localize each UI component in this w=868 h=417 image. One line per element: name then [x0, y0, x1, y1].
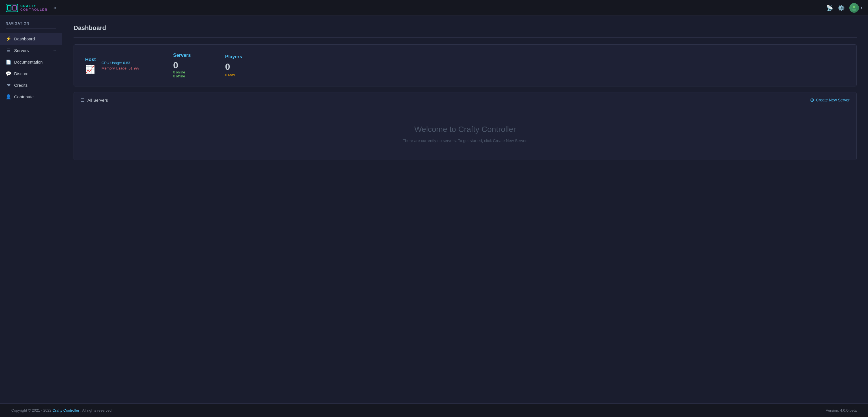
players-stat-group: Players 0 0 Max [225, 54, 242, 77]
servers-label: Servers [173, 53, 191, 58]
all-servers-panel: ☰ All Servers ⊕ Create New Server Welcom… [73, 92, 857, 160]
sidebar-section-label: Navigation [0, 22, 62, 28]
avatar-chevron-icon: ▾ [861, 6, 862, 10]
avatar-icon [851, 5, 857, 11]
players-max: 0 Max [225, 73, 235, 77]
main-layout: Navigation ⚡ Dashboard ☰ Servers → 📄 Doc… [0, 16, 868, 404]
host-label: Host [85, 57, 96, 63]
players-count: 0 [225, 62, 230, 72]
sidebar-item-documentation-label: Documentation [14, 60, 56, 64]
svg-rect-1 [7, 6, 11, 10]
stat-divider-2 [208, 57, 208, 74]
servers-icon: ☰ [6, 48, 11, 53]
servers-offline: 0 offline [173, 74, 185, 78]
dashboard-icon: ⚡ [6, 36, 11, 41]
logo-icon [6, 4, 18, 12]
servers-count: 0 [173, 61, 178, 70]
sidebar-item-dashboard[interactable]: ⚡ Dashboard [0, 33, 62, 45]
sidebar-item-servers-label: Servers [14, 48, 50, 53]
title-divider [73, 37, 857, 38]
servers-panel-header: ☰ All Servers ⊕ Create New Server [74, 92, 857, 108]
header-right: 📡 ⚙️ ▾ [826, 3, 862, 13]
all-servers-label: All Servers [87, 98, 108, 103]
sidebar-item-contribute-label: Contribute [14, 94, 56, 99]
logo-controller: CONTROLLER [20, 8, 48, 11]
sidebar-item-credits-label: Credits [14, 83, 56, 88]
main-content: Dashboard Host 📈 CPU Usage: 6.83 Memory … [62, 16, 868, 404]
stats-card: Host 📈 CPU Usage: 6.83 Memory Usage: 51.… [73, 44, 857, 86]
sidebar-divider [6, 28, 56, 29]
contribute-icon: 👤 [6, 94, 11, 99]
svg-rect-2 [13, 6, 17, 10]
servers-online: 0 online [173, 70, 185, 74]
sidebar-item-discord[interactable]: 💬 Discord [0, 68, 62, 79]
avatar [849, 3, 859, 13]
page-title: Dashboard [73, 24, 857, 32]
sidebar-item-servers[interactable]: ☰ Servers → [0, 45, 62, 56]
create-server-plus-icon: ⊕ [810, 97, 814, 103]
documentation-icon: 📄 [6, 59, 11, 65]
empty-state-subtitle: There are currently no servers. To get s… [85, 138, 845, 143]
empty-state-title: Welcome to Crafty Controller [85, 125, 845, 134]
footer-copyright: Copyright © 2021 - 2022 Crafty Controlle… [11, 408, 113, 413]
footer: Copyright © 2021 - 2022 Crafty Controlle… [0, 404, 868, 417]
settings-icon[interactable]: ⚙️ [838, 4, 845, 11]
footer-version: Version: 4.0.0-beta [826, 408, 857, 413]
user-menu[interactable]: ▾ [849, 3, 862, 13]
sidebar-item-documentation[interactable]: 📄 Documentation [0, 56, 62, 68]
sidebar-item-contribute[interactable]: 👤 Contribute [0, 91, 62, 103]
header-left: CRAFTY CONTROLLER « [6, 4, 58, 12]
svg-point-4 [853, 6, 855, 8]
host-stat-group: Host 📈 CPU Usage: 6.83 Memory Usage: 51.… [85, 57, 139, 74]
host-stat-left: Host 📈 [85, 57, 96, 74]
sidebar-collapse-button[interactable]: « [51, 4, 58, 12]
cpu-usage: CPU Usage: 6.83 [101, 61, 139, 65]
svg-point-5 [852, 9, 856, 11]
footer-crafty-link[interactable]: Crafty Controller [52, 408, 79, 413]
discord-icon: 💬 [6, 71, 11, 76]
servers-panel-title: ☰ All Servers [81, 98, 108, 103]
logo-crafty: CRAFTY [20, 4, 48, 8]
servers-stat-group: Servers 0 0 online 0 offline [173, 53, 191, 78]
players-label: Players [225, 54, 242, 60]
credits-icon: ❤ [6, 82, 11, 88]
footer-suffix: . All rights reserved. [80, 408, 113, 413]
sidebar-item-credits[interactable]: ❤ Credits [0, 79, 62, 91]
notifications-icon[interactable]: 📡 [826, 4, 833, 11]
host-stat-details: CPU Usage: 6.83 Memory Usage: 51.9% [101, 61, 139, 70]
copyright-text: Copyright © 2021 - 2022 [11, 408, 52, 413]
host-chart-icon: 📈 [85, 65, 96, 74]
sidebar-item-dashboard-label: Dashboard [14, 36, 56, 41]
logo-text: CRAFTY CONTROLLER [20, 4, 48, 11]
create-new-server-button[interactable]: ⊕ Create New Server [810, 97, 849, 103]
all-servers-icon: ☰ [81, 98, 85, 103]
top-header: CRAFTY CONTROLLER « 📡 ⚙️ ▾ [0, 0, 868, 16]
create-server-button-label: Create New Server [816, 98, 849, 102]
sidebar: Navigation ⚡ Dashboard ☰ Servers → 📄 Doc… [0, 16, 62, 404]
sidebar-item-discord-label: Discord [14, 71, 56, 76]
empty-state: Welcome to Crafty Controller There are c… [74, 108, 857, 160]
memory-usage: Memory Usage: 51.9% [101, 66, 139, 70]
logo[interactable]: CRAFTY CONTROLLER [6, 4, 48, 12]
servers-arrow-icon: → [53, 48, 56, 53]
